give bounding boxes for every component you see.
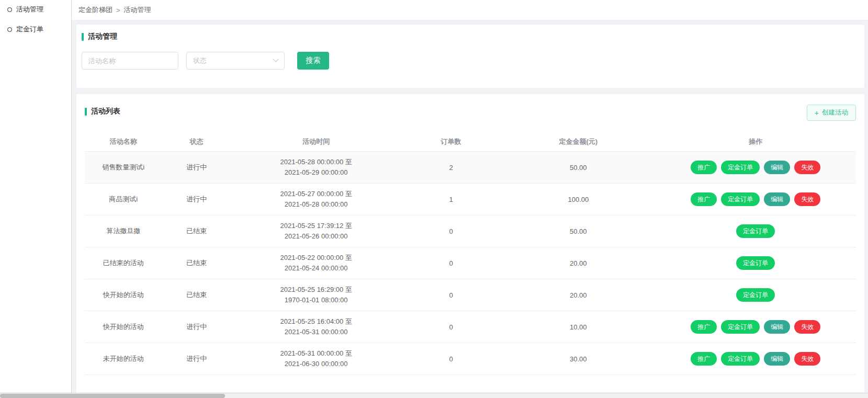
breadcrumb-current: 活动管理 — [124, 5, 151, 15]
time-line: 2021-05-28 00:00:00 至 — [231, 157, 401, 167]
deposit-orders-button[interactable]: 定金订单 — [721, 352, 760, 366]
edit-button[interactable]: 编辑 — [764, 320, 790, 334]
deposit-orders-button[interactable]: 定金订单 — [736, 288, 775, 302]
cell-activity-name: 算法撒旦撒 — [85, 226, 162, 236]
breadcrumb-parent[interactable]: 定金阶梯团 — [78, 5, 112, 15]
table-row: 快开始的活动已结束2021-05-25 16:29:00 至1970-01-01… — [85, 279, 856, 311]
panel-title-text: 活动管理 — [88, 32, 117, 41]
cell-activity-time: 2021-05-22 00:00:00 至2021-05-24 00:00:00 — [231, 253, 401, 274]
promote-button[interactable]: 推广 — [691, 352, 717, 366]
table-row: 快开始的活动进行中2021-05-25 16:04:00 至2021-05-31… — [85, 311, 856, 343]
time-line: 2021-05-28 00:00:00 — [231, 199, 401, 210]
cell-actions: 推广定金订单编辑失效 — [656, 320, 856, 334]
cell-deposit-amount: 100.00 — [501, 196, 656, 203]
sidebar-item-activity-management[interactable]: 活动管理 — [7, 4, 71, 15]
search-form: 状态 搜索 — [82, 52, 859, 70]
table-row: 未开始的活动进行中2021-05-31 00:00:00 至2021-06-30… — [85, 343, 856, 375]
cell-order-count: 0 — [401, 355, 501, 363]
breadcrumb-separator: > — [116, 6, 120, 14]
cell-activity-time: 2021-05-25 16:04:00 至2021-05-31 00:00:00 — [231, 316, 401, 337]
activity-name-input[interactable] — [82, 52, 178, 70]
time-line: 2021-05-24 00:00:00 — [231, 263, 401, 274]
cell-activity-time: 2021-05-28 00:00:00 至2021-05-29 00:00:00 — [231, 157, 401, 178]
cell-order-count: 1 — [401, 196, 501, 203]
activity-list-panel: 活动列表 + 创建活动 活动名称 状态 活动时间 订单数 定金金额(元) 操作 … — [76, 94, 864, 398]
deposit-orders-button[interactable]: 定金订单 — [721, 192, 760, 206]
table-row: 销售数量测试i进行中2021-05-28 00:00:00 至2021-05-2… — [85, 152, 856, 184]
horizontal-scrollbar-thumb[interactable] — [0, 394, 225, 398]
cell-status: 进行中 — [162, 195, 231, 204]
title-accent-bar — [82, 33, 84, 41]
time-line: 2021-05-26 00:00:00 — [231, 231, 401, 242]
time-line: 2021-05-25 17:39:12 至 — [231, 221, 401, 231]
cell-order-count: 2 — [401, 164, 501, 172]
cell-activity-time: 2021-05-27 00:00:00 至2021-05-28 00:00:00 — [231, 189, 401, 210]
panel-title-text: 活动列表 — [91, 107, 120, 116]
invalidate-button[interactable]: 失效 — [794, 161, 820, 174]
search-panel: 活动管理 状态 搜索 — [76, 25, 864, 88]
time-line: 2021-05-27 00:00:00 至 — [231, 189, 401, 199]
column-header-orders: 订单数 — [401, 137, 501, 146]
cell-deposit-amount: 50.00 — [501, 164, 656, 172]
edit-button[interactable]: 编辑 — [764, 352, 790, 366]
cell-activity-time: 2021-05-25 16:29:00 至1970-01-01 08:00:00 — [231, 285, 401, 305]
circle-bullet-icon — [7, 27, 12, 32]
sidebar-item-deposit-orders[interactable]: 定金订单 — [7, 24, 71, 35]
cell-actions: 定金订单 — [656, 288, 856, 302]
title-accent-bar — [85, 108, 87, 116]
search-panel-title: 活动管理 — [82, 32, 859, 41]
table-header-row: 活动名称 状态 活动时间 订单数 定金金额(元) 操作 — [85, 132, 856, 152]
table-body: 销售数量测试i进行中2021-05-28 00:00:00 至2021-05-2… — [85, 152, 856, 375]
horizontal-scrollbar[interactable] — [0, 393, 868, 398]
list-header: 活动列表 + 创建活动 — [85, 107, 856, 121]
cell-actions: 推广定金订单编辑失效 — [656, 352, 856, 366]
time-line: 2021-05-31 00:00:00 — [231, 327, 401, 337]
cell-order-count: 0 — [401, 259, 501, 267]
circle-bullet-icon — [7, 7, 12, 12]
edit-button[interactable]: 编辑 — [764, 192, 790, 206]
cell-activity-name: 已结束的活动 — [85, 258, 162, 268]
cell-actions: 推广定金订单编辑失效 — [656, 192, 856, 206]
cell-deposit-amount: 20.00 — [501, 259, 656, 267]
deposit-orders-button[interactable]: 定金订单 — [721, 320, 760, 334]
create-activity-button[interactable]: + 创建活动 — [807, 105, 856, 121]
cell-deposit-amount: 20.00 — [501, 291, 656, 299]
table-row: 已结束的活动已结束2021-05-22 00:00:00 至2021-05-24… — [85, 247, 856, 279]
cell-order-count: 0 — [401, 228, 501, 235]
column-header-amount: 定金金额(元) — [501, 137, 656, 146]
search-button[interactable]: 搜索 — [297, 52, 329, 70]
cell-status: 已结束 — [162, 226, 231, 236]
cell-status: 进行中 — [162, 322, 231, 332]
cell-activity-name: 快开始的活动 — [85, 290, 162, 300]
promote-button[interactable]: 推广 — [691, 192, 717, 206]
edit-button[interactable]: 编辑 — [764, 161, 790, 174]
cell-deposit-amount: 50.00 — [501, 228, 656, 235]
promote-button[interactable]: 推广 — [691, 161, 717, 174]
sidebar: 活动管理 定金订单 — [0, 0, 72, 398]
deposit-orders-button[interactable]: 定金订单 — [736, 256, 775, 270]
sidebar-item-label: 定金订单 — [16, 25, 43, 34]
deposit-orders-button[interactable]: 定金订单 — [721, 161, 760, 174]
cell-actions: 定金订单 — [656, 256, 856, 270]
time-line: 1970-01-01 08:00:00 — [231, 295, 401, 305]
create-activity-label: 创建活动 — [822, 108, 848, 117]
table-row: 算法撒旦撒已结束2021-05-25 17:39:12 至2021-05-26 … — [85, 215, 856, 247]
invalidate-button[interactable]: 失效 — [794, 192, 820, 206]
column-header-actions: 操作 — [656, 137, 856, 146]
status-select[interactable]: 状态 — [186, 52, 285, 70]
invalidate-button[interactable]: 失效 — [794, 352, 820, 366]
activity-table: 活动名称 状态 活动时间 订单数 定金金额(元) 操作 销售数量测试i进行中20… — [85, 132, 856, 375]
chevron-down-icon — [273, 56, 278, 62]
time-line: 2021-05-25 16:04:00 至 — [231, 316, 401, 327]
table-row: 商品测试i进行中2021-05-27 00:00:00 至2021-05-28 … — [85, 184, 856, 215]
cell-actions: 定金订单 — [656, 224, 856, 238]
cell-activity-name: 商品测试i — [85, 195, 162, 204]
deposit-orders-button[interactable]: 定金订单 — [736, 224, 775, 238]
column-header-time: 活动时间 — [231, 137, 401, 146]
promote-button[interactable]: 推广 — [691, 320, 717, 334]
list-panel-title: 活动列表 — [85, 107, 120, 116]
invalidate-button[interactable]: 失效 — [794, 320, 820, 334]
status-select-placeholder: 状态 — [193, 56, 207, 65]
cell-actions: 推广定金订单编辑失效 — [656, 161, 856, 174]
cell-activity-time: 2021-05-31 00:00:00 至2021-06-30 00:00:00 — [231, 348, 401, 369]
